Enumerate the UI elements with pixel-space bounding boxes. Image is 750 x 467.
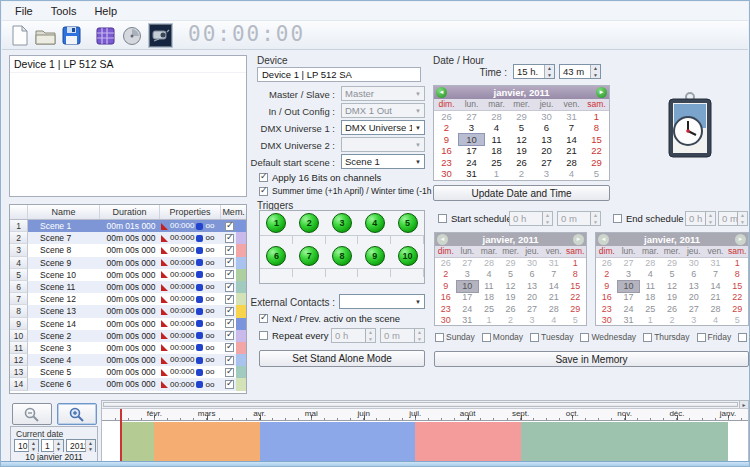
mem-checkbox[interactable] [225,295,234,304]
calendar-day[interactable]: 14 [559,134,584,145]
scene-color-chip[interactable] [236,269,247,281]
repeat-checkbox[interactable] [259,331,268,340]
new-document-icon[interactable] [8,24,31,47]
weekday-checkbox[interactable] [643,333,652,342]
mem-checkbox[interactable] [225,222,234,231]
scene-color-chip[interactable] [236,330,247,342]
next-month-icon[interactable]: ► [596,87,607,98]
scene-color-chip[interactable] [236,354,247,366]
hour-spinner[interactable]: 15 h.▲▼ [513,64,555,79]
mem-checkbox[interactable] [225,234,234,243]
scene-color-chip[interactable] [236,342,247,354]
save-icon[interactable] [60,24,83,47]
calendar-day[interactable]: 26 [434,111,459,122]
trigger-button[interactable]: 7 [299,246,319,266]
device-list-item[interactable]: Device 1 | LP 512 SA [10,56,246,73]
mem-checkbox[interactable] [225,283,234,292]
scrollbar-arrow-icon[interactable]: ► [739,401,748,408]
calendar-day[interactable]: 1 [584,111,609,122]
weekday-checkbox[interactable] [435,333,444,342]
current-day-spinner[interactable]: 10▲▼ [14,439,39,452]
external-contacts-select[interactable]: ▼ [339,294,425,309]
scene-color-chip[interactable] [236,366,247,378]
weekday-checkbox[interactable] [697,333,706,342]
end-schedule-checkbox[interactable] [613,214,622,223]
timeline-scrollbar[interactable]: ► [102,401,748,409]
trigger-button[interactable]: 4 [365,213,385,233]
calendar-day[interactable]: 13 [534,134,559,145]
calendar-day[interactable]: 4 [484,122,509,133]
scene-row[interactable]: 2Scene 700m 00s 00000:000oo [10,232,246,244]
calendar-day[interactable]: 2 [434,122,459,133]
current-month-spinner[interactable]: 1▲▼ [41,439,64,452]
summer-time-checkbox[interactable] [259,187,268,196]
trigger-button[interactable]: 3 [332,213,352,233]
open-folder-icon[interactable] [34,24,57,47]
calendar-day[interactable]: 17 [459,145,484,156]
scene-row[interactable]: 6Scene 1100m 00s 00000:000oo [10,281,246,293]
scene-row[interactable]: 3Scene 800m 00s 00000:000oo [10,244,246,256]
calendar-day[interactable]: 3 [534,168,559,179]
weekday-checkbox[interactable] [738,333,747,342]
menu-file[interactable]: File [6,3,42,19]
mem-checkbox[interactable] [225,368,234,377]
patch-icon[interactable] [94,24,117,47]
clock-icon[interactable] [121,24,144,47]
scene-color-chip[interactable] [236,232,247,244]
trigger-button[interactable]: 5 [398,213,418,233]
calendar-day[interactable]: 27 [459,111,484,122]
mem-checkbox[interactable] [225,380,234,389]
scene-color-chip[interactable] [236,257,247,269]
scene-color-chip[interactable] [236,318,247,330]
update-date-time-button[interactable]: Update Date and Time [433,185,610,201]
mem-checkbox[interactable] [225,246,234,255]
calendar-day[interactable]: 1 [484,168,509,179]
calendar-day[interactable]: 24 [459,157,484,168]
calendar-day[interactable]: 4 [559,168,584,179]
calendar-day[interactable]: 21 [559,145,584,156]
device-field-select[interactable]: Scene 1▼ [341,154,425,169]
scene-row[interactable]: 12Scene 400m 00s 00000:000oo [10,354,246,366]
menu-help[interactable]: Help [85,3,126,19]
start-schedule-checkbox[interactable] [438,214,447,223]
menu-tools[interactable]: Tools [42,3,86,19]
mem-checkbox[interactable] [225,258,234,267]
scrollbar-thumb[interactable] [103,402,738,407]
mem-checkbox[interactable] [225,307,234,316]
weekday-checkbox[interactable] [482,333,491,342]
stand-alone-icon[interactable] [149,24,172,47]
save-in-memory-button[interactable]: Save in Memory [434,351,749,367]
mem-checkbox[interactable] [225,343,234,352]
minute-spinner[interactable]: 43 m▲▼ [559,64,601,79]
calendar-day[interactable]: 31 [459,168,484,179]
zoom-in-button[interactable] [57,403,97,425]
calendar-day[interactable]: 12 [509,134,534,145]
calendar-day[interactable]: 18 [484,145,509,156]
calendar-day[interactable]: 26 [509,157,534,168]
scene-color-chip[interactable] [236,305,247,317]
calendar-day[interactable]: 27 [534,157,559,168]
main-calendar[interactable]: ◄janvier, 2011►dim.lun.mar.mer.jeu.ven.s… [433,85,610,181]
mem-checkbox[interactable] [225,270,234,279]
calendar-day[interactable]: 8 [584,122,609,133]
scene-row[interactable]: 13Scene 500m 00s 00000:000oo [10,366,246,378]
calendar-day[interactable]: 23 [434,157,459,168]
device-field-select[interactable]: DMX Universe 1▼ [341,120,425,135]
scene-row[interactable]: 11Scene 300m 00s 00000:000oo [10,342,246,354]
scene-color-chip[interactable] [236,220,247,232]
scene-row[interactable]: 5Scene 1000m 00s 00000:000oo [10,269,246,281]
set-stand-alone-button[interactable]: Set Stand Alone Mode [259,350,425,367]
trigger-button[interactable]: 8 [332,246,352,266]
trigger-button[interactable]: 10 [398,246,418,266]
calendar-day[interactable]: 28 [484,111,509,122]
calendar-day[interactable]: 11 [484,134,509,145]
calendar-day[interactable]: 7 [559,122,584,133]
apply16-checkbox[interactable] [259,173,268,182]
scene-color-chip[interactable] [236,281,247,293]
scene-color-chip[interactable] [236,244,247,256]
calendar-day[interactable]: 25 [484,157,509,168]
calendar-day[interactable]: 15 [584,134,609,145]
mem-checkbox[interactable] [225,331,234,340]
scene-row[interactable]: 14Scene 600m 00s 00000:000oo [10,378,246,390]
mem-checkbox[interactable] [225,319,234,328]
